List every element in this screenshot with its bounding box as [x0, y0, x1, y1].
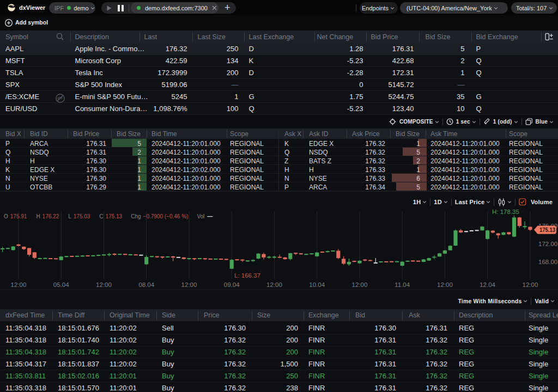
- svg-text:L: 166.37: L: 166.37: [234, 272, 260, 279]
- svg-text:12:00: 12:00: [96, 281, 112, 288]
- svg-text:11.04: 11.04: [395, 281, 410, 288]
- svg-text:H: 178.35: H: 178.35: [492, 209, 519, 215]
- svg-text:12:00: 12:00: [352, 281, 368, 288]
- svg-text:05.04: 05.04: [53, 281, 69, 288]
- svg-text:12:00: 12:00: [266, 281, 282, 288]
- svg-text:12:00: 12:00: [181, 281, 197, 288]
- svg-text:12:00: 12:00: [523, 281, 538, 288]
- svg-text:12.04: 12.04: [480, 281, 495, 288]
- svg-text:09.04: 09.04: [224, 281, 240, 288]
- svg-text:12:00: 12:00: [437, 281, 453, 288]
- svg-text:08.04: 08.04: [138, 281, 154, 288]
- svg-text:10.04: 10.04: [309, 281, 325, 288]
- svg-text:168.00: 168.00: [538, 259, 557, 265]
- svg-text:12:00: 12:00: [11, 281, 27, 288]
- svg-text:172.00: 172.00: [538, 241, 557, 247]
- svg-text:175.13: 175.13: [539, 226, 555, 233]
